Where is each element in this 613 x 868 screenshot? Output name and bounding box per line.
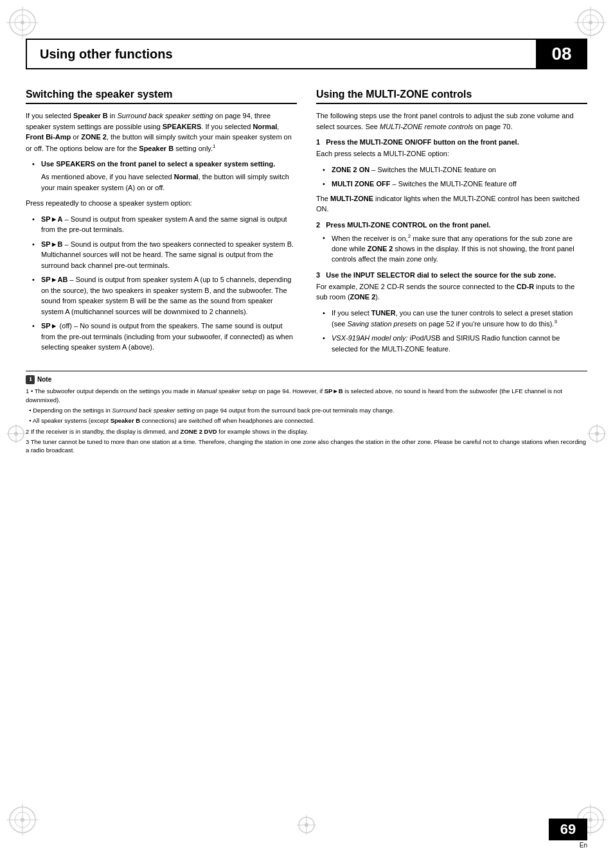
note-label: Note [37,375,51,384]
step3-options: If you select TUNER, you can use the tun… [323,308,587,355]
left-intro-text: If you selected Speaker B in Surround ba… [26,111,297,154]
vsx-option: VSX-919AH model only: iPod/USB and SIRIU… [323,333,587,354]
chapter-badge: 08 [536,39,587,69]
press-text: Press repeatedly to choose a speaker sys… [26,198,297,209]
step2-bullet-item: When the receiver is on,2 make sure that… [323,233,587,265]
page-header: Using other functions 08 [26,39,587,69]
content-columns: Switching the speaker system If you sele… [26,89,587,358]
note-item-3: • All speaker systems (except Speaker B … [26,416,587,425]
step3-header: 3 Use the INPUT SELECTOR dial to select … [316,271,587,279]
note-item-4: 2 If the receiver is in standby, the dis… [26,427,587,436]
corner-decoration-tr [574,6,607,39]
option-spa: SP►A – Sound is output from speaker syst… [32,214,297,235]
right-column: Using the MULTI-ZONE controls The follow… [316,89,587,358]
bullet-item-speakers-header: Use SPEAKERS on the front panel to selec… [32,159,297,193]
note-section: ℹ Note 1 • The subwoofer output depends … [26,371,587,454]
bullet-speakers-body: As mentioned above, if you have selected… [41,172,297,193]
left-section-title: Switching the speaker system [26,89,297,104]
header-title-box: Using other functions [26,39,536,69]
mid-left-crosshair [6,424,26,445]
option-spab: SP►AB – Sound is output from speaker sys… [32,274,297,317]
right-intro-text: The following steps use the front panel … [316,111,587,132]
page-container: Using other functions 08 Switching the s… [0,0,613,868]
left-bullet-list: Use SPEAKERS on the front panel to selec… [32,159,297,193]
step1-body: Each press selects a MULTI-ZONE option: [316,148,587,159]
speaker-options-list: SP►A – Sound is output from speaker syst… [32,214,297,353]
bottom-mid-crosshair [297,815,316,836]
option-sp-off: SP► (off) – No sound is output from the … [32,321,297,353]
step1-note-text: The MULTI-ZONE indicator lights when the… [316,193,587,215]
page-number-badge: 69 [549,819,587,840]
step2-bullet-list: When the receiver is on,2 make sure that… [323,233,587,265]
mid-right-crosshair [587,424,607,445]
note-item-2: • Depending on the settings in Surround … [26,406,587,414]
option-spb: SP►B – Sound is output from the two spea… [32,239,297,271]
page-number-area: 69 En [549,819,587,849]
note-item-5: 3 The tuner cannot be tuned to more than… [26,438,587,455]
step2-header: 2 Press MULTI-ZONE CONTROL on the front … [316,221,587,229]
note-item-1: 1 • The subwoofer output depends on the … [26,387,587,404]
tuner-option: If you select TUNER, you can use the tun… [323,308,587,330]
page-title: Using other functions [40,47,173,62]
step3-body: For example, ZONE 2 CD-R sends the sourc… [316,281,587,303]
note-icon: ℹ [26,375,35,384]
left-column: Switching the speaker system If you sele… [26,89,297,358]
note-header: ℹ Note [26,375,587,384]
step1-header: 1 Press the MULTI-ZONE ON/OFF button on … [316,138,587,146]
right-section-title: Using the MULTI-ZONE controls [316,89,587,104]
step1-options: ZONE 2 ON – Switches the MULTI-ZONE feat… [323,164,587,190]
corner-decoration-tl [6,6,39,39]
corner-decoration-bl [6,804,39,836]
multi-zone-off-option: MULTI ZONE OFF – Switches the MULTI-ZONE… [323,179,587,190]
page-en-label: En [580,842,587,849]
zone2-on-option: ZONE 2 ON – Switches the MULTI-ZONE feat… [323,164,587,175]
